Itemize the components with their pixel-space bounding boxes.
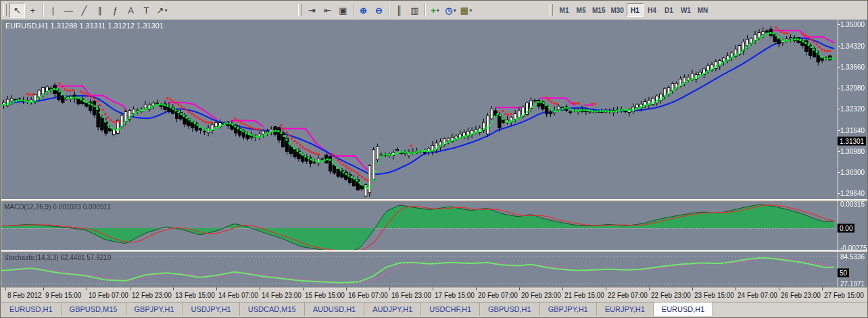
vertical-line-button[interactable]: | (45, 3, 61, 18)
timeframe-d1-button[interactable]: D1 (660, 3, 677, 17)
crosshair-button[interactable]: + (25, 3, 41, 18)
time-axis-label: 16 Feb 07:00 (348, 292, 388, 299)
tile-windows-button[interactable]: ▣ (335, 3, 351, 18)
zoom-in-button[interactable]: ⊕ (356, 3, 371, 18)
toolbar-group-timeframes: M1M5M15M30H1H4D1W1MN (550, 2, 711, 18)
chart-tab-eurusd-h1[interactable]: EURUSD,H1 (654, 302, 714, 316)
toolbar: ↖+|—╱∥ƒAT↗▾ ⇥⇤▣⊕⊖║▥+▾◷▾▦▾ M1M5M15M30H1H4… (1, 1, 867, 20)
time-axis-tick (692, 288, 693, 290)
ohlc-info: EURUSD,H1 1.31288 1.31311 1.31212 1.3130… (5, 22, 164, 30)
time-axis-tick (346, 288, 347, 290)
price-axis-label: 1.30980 (840, 147, 865, 155)
timeframe-m5-button[interactable]: M5 (573, 3, 589, 17)
templates-button[interactable]: ▦▾ (458, 3, 474, 18)
trendline-button[interactable]: ╱ (76, 3, 92, 18)
chart-tab-audjpy-h1[interactable]: AUDJPY,H1 (364, 302, 421, 316)
price-chart-canvas[interactable] (1, 20, 868, 287)
dropdown-arrow-icon: ▾ (454, 7, 456, 14)
dropdown-arrow-icon: ▾ (164, 7, 167, 14)
macd-axis-top-label: 0.00315 (840, 201, 865, 208)
time-axis-label: 27 Feb 15:00 (824, 292, 864, 299)
candlestick-chart-icon: ▥ (410, 6, 418, 15)
toolbar-separator (389, 3, 389, 17)
timeframe-m1-button[interactable]: M1 (556, 3, 573, 17)
equidistant-channel-icon: ∥ (97, 6, 102, 15)
chart-tab-bar: EURUSD,H1GBPUSD,M15GBPJPY,H1USDJPY,H1USD… (1, 302, 868, 316)
chart-shift-button[interactable]: ⇤ (320, 3, 335, 18)
time-axis-tick (260, 288, 260, 290)
time-axis-tick (43, 288, 44, 290)
time-axis-tick (822, 288, 823, 290)
price-axis-label: 1.32980 (840, 84, 865, 92)
cursor-icon: ↖ (14, 6, 21, 15)
price-axis-label: 1.30300 (840, 169, 865, 176)
chart-tab-gbpusd-h1[interactable]: GBPUSD,H1 (480, 302, 540, 316)
zoom-out-button[interactable]: ⊖ (371, 3, 387, 18)
candlestick-chart-button[interactable]: ▥ (407, 3, 423, 18)
chart-tab-usdchf-h1[interactable]: USDCHF,H1 (421, 302, 480, 316)
tile-windows-icon: ▣ (339, 6, 347, 15)
toolbar-separator (43, 3, 43, 17)
time-axis-label: 9 Feb 15:00 (45, 292, 81, 299)
arrow-tools-icon: ↗ (157, 6, 164, 15)
chart-tab-gbpusd-m15[interactable]: GBPUSD,M15 (62, 302, 126, 316)
time-axis-label: 14 Feb 07:00 (218, 292, 258, 299)
zoom-in-icon: ⊕ (360, 6, 367, 15)
time-axis-tick (173, 288, 174, 290)
chart-tab-audusd-h1[interactable]: AUDUSD,H1 (305, 302, 365, 316)
indicators-icon: + (431, 6, 436, 15)
indicators-button[interactable]: +▾ (427, 3, 443, 18)
time-axis-label: 26 Feb 23:00 (781, 292, 821, 299)
time-axis-tick (736, 288, 736, 290)
oscillator-indicator-label: Stochastic(14,3,3) 62.4481 57.9210 (4, 254, 111, 261)
cursor-button[interactable]: ↖ (9, 3, 25, 18)
time-axis-label: 23 Feb 15:00 (694, 292, 734, 299)
chart-tab-eurjpy-h1[interactable]: EURJPY,H1 (597, 302, 654, 316)
toolbar-separator (425, 3, 425, 17)
time-axis-label: 16 Feb 23:00 (391, 292, 431, 299)
chart-tab-usdcad-m15[interactable]: USDCAD,M15 (240, 302, 305, 316)
equidistant-channel-button[interactable]: ∥ (92, 3, 107, 18)
chart-tab-gbpjpy-h1[interactable]: GBPJPY,H1 (540, 302, 597, 316)
timeframe-h1-button[interactable]: H1 (627, 3, 644, 17)
timeframe-m30-button[interactable]: M30 (608, 3, 626, 17)
timeframe-h4-button[interactable]: H4 (644, 3, 660, 17)
toolbar-separator (353, 3, 354, 17)
toolbar-group-chart-tools: ⇥⇤▣⊕⊖║▥+▾◷▾▦▾ (298, 2, 474, 18)
current-price-box: 1.31301 (838, 136, 866, 145)
fibonacci-retracement-icon: ƒ (113, 6, 118, 15)
time-axis-label: 8 Feb 2012 (7, 292, 42, 299)
toolbar-grip (550, 4, 553, 16)
chart-area: EURUSD,H1 1.31288 1.31311 1.31212 1.3130… (1, 20, 868, 302)
text-label-button[interactable]: T (139, 3, 154, 18)
time-axis-tick (779, 288, 779, 290)
text-button[interactable]: A (123, 3, 139, 18)
price-axis-label: 1.31640 (840, 126, 865, 134)
oscillator-axis-bottom-label: 27.1971 (840, 280, 865, 288)
templates-icon: ▦ (460, 6, 468, 15)
time-axis-label: 17 Feb 15:00 (435, 292, 475, 299)
time-axis-tick (476, 288, 477, 290)
timeframe-w1-button[interactable]: W1 (677, 3, 694, 17)
bars-chart-button[interactable]: ║ (391, 3, 407, 18)
chart-tab-gbpjpy-h1[interactable]: GBPJPY,H1 (126, 302, 183, 316)
auto-scroll-button[interactable]: ⇥ (304, 3, 320, 18)
time-axis[interactable]: 8 Feb 20129 Feb 15:0010 Feb 07:0012 Feb … (1, 287, 868, 302)
toolbar-grip (3, 4, 7, 16)
fibonacci-retracement-button[interactable]: ƒ (107, 3, 123, 18)
price-axis-label: 1.32320 (840, 105, 865, 113)
horizontal-line-button[interactable]: — (61, 3, 76, 18)
arrow-tools-button[interactable]: ↗▾ (154, 3, 170, 18)
price-axis-label: 1.29640 (840, 190, 865, 197)
chart-tab-eurusd-h1[interactable]: EURUSD,H1 (1, 302, 62, 316)
time-axis-label: 24 Feb 07:00 (738, 292, 777, 299)
time-axis-tick (303, 288, 304, 290)
timeframe-m15-button[interactable]: M15 (589, 3, 608, 17)
periods-button[interactable]: ◷▾ (443, 3, 458, 18)
macd-axis-bottom-label: -0.00275 (840, 244, 867, 252)
chart-shift-icon: ⇤ (324, 6, 331, 15)
chart-tab-usdjpy-h1[interactable]: USDJPY,H1 (183, 302, 240, 316)
macd-zero-level-box: 0.00 (838, 224, 854, 233)
timeframe-mn-button[interactable]: MN (694, 3, 711, 17)
time-axis-label: 20 Feb 07:00 (478, 292, 518, 299)
